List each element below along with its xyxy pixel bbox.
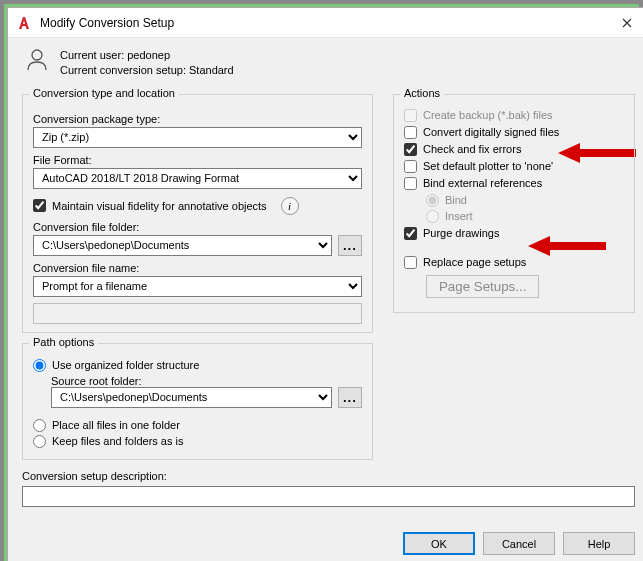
lbl-create-backup: Create backup (*.bak) files bbox=[423, 109, 553, 121]
user-icon bbox=[24, 46, 50, 72]
page-setups-button: Page Setups... bbox=[426, 275, 539, 298]
footer: OK Cancel Help bbox=[22, 522, 635, 561]
lbl-insert: Insert bbox=[445, 210, 473, 222]
chk-bind-ext[interactable] bbox=[404, 177, 417, 190]
radio-keep-label: Keep files and folders as is bbox=[52, 435, 183, 447]
chk-check-fix[interactable] bbox=[404, 143, 417, 156]
titlebar: Modify Conversion Setup bbox=[8, 8, 643, 38]
desc-input[interactable] bbox=[22, 486, 635, 507]
help-button[interactable]: Help bbox=[563, 532, 635, 555]
radio-insert bbox=[426, 210, 439, 223]
info-icon[interactable]: i bbox=[281, 197, 299, 215]
radio-organized-label: Use organized folder structure bbox=[52, 359, 199, 371]
group-title-actions: Actions bbox=[400, 87, 444, 99]
app-icon bbox=[16, 15, 32, 31]
maintain-fidelity-label: Maintain visual fidelity for annotative … bbox=[52, 200, 267, 212]
lbl-purge: Purge drawings bbox=[423, 227, 499, 239]
label-package-type: Conversion package type: bbox=[33, 113, 362, 125]
chk-purge[interactable] bbox=[404, 227, 417, 240]
cancel-button[interactable]: Cancel bbox=[483, 532, 555, 555]
conv-filename-select[interactable]: Prompt for a filename bbox=[33, 276, 362, 297]
conv-folder-select[interactable]: C:\Users\pedonep\Documents bbox=[33, 235, 332, 256]
dialog-window: Modify Conversion Setup Current user: pe… bbox=[7, 7, 643, 561]
src-folder-select[interactable]: C:\Users\pedonep\Documents bbox=[51, 387, 332, 408]
group-title-conv: Conversion type and location bbox=[29, 87, 179, 99]
ok-button[interactable]: OK bbox=[403, 532, 475, 555]
file-format-select[interactable]: AutoCAD 2018/LT 2018 Drawing Format bbox=[33, 168, 362, 189]
lbl-convert-signed: Convert digitally signed files bbox=[423, 126, 559, 138]
group-title-path: Path options bbox=[29, 336, 98, 348]
window-title: Modify Conversion Setup bbox=[40, 16, 604, 30]
lbl-bind: Bind bbox=[445, 194, 467, 206]
label-conv-filename: Conversion file name: bbox=[33, 262, 362, 274]
radio-all-one-label: Place all files in one folder bbox=[52, 419, 180, 431]
browse-folder-button[interactable]: ... bbox=[338, 235, 362, 256]
chk-replace-setups[interactable] bbox=[404, 256, 417, 269]
radio-all-one[interactable] bbox=[33, 419, 46, 432]
user-info: Current user: pedonep Current conversion… bbox=[22, 46, 635, 78]
current-user: Current user: pedonep bbox=[60, 48, 234, 63]
filename-readonly bbox=[33, 303, 362, 324]
current-setup: Current conversion setup: Standard bbox=[60, 63, 234, 78]
radio-keep[interactable] bbox=[33, 435, 46, 448]
chk-set-plotter[interactable] bbox=[404, 160, 417, 173]
group-conversion-type: Conversion type and location Conversion … bbox=[22, 94, 373, 333]
radio-organized[interactable] bbox=[33, 359, 46, 372]
label-desc: Conversion setup description: bbox=[22, 470, 167, 482]
maintain-fidelity-checkbox[interactable] bbox=[33, 199, 46, 212]
lbl-replace-setups: Replace page setups bbox=[423, 256, 526, 268]
chk-convert-signed[interactable] bbox=[404, 126, 417, 139]
svg-point-2 bbox=[32, 50, 42, 60]
radio-bind bbox=[426, 194, 439, 207]
group-actions: Actions Create backup (*.bak) files Conv… bbox=[393, 94, 635, 313]
group-path-options: Path options Use organized folder struct… bbox=[22, 343, 373, 460]
chk-create-backup bbox=[404, 109, 417, 122]
close-button[interactable] bbox=[604, 8, 643, 37]
lbl-set-plotter: Set default plotter to 'none' bbox=[423, 160, 553, 172]
lbl-check-fix: Check and fix errors bbox=[423, 143, 521, 155]
label-src-folder: Source root folder: bbox=[51, 375, 142, 387]
label-conv-folder: Conversion file folder: bbox=[33, 221, 362, 233]
lbl-bind-ext: Bind external references bbox=[423, 177, 542, 189]
package-type-select[interactable]: Zip (*.zip) bbox=[33, 127, 362, 148]
browse-src-button[interactable]: ... bbox=[338, 387, 362, 408]
label-file-format: File Format: bbox=[33, 154, 362, 166]
